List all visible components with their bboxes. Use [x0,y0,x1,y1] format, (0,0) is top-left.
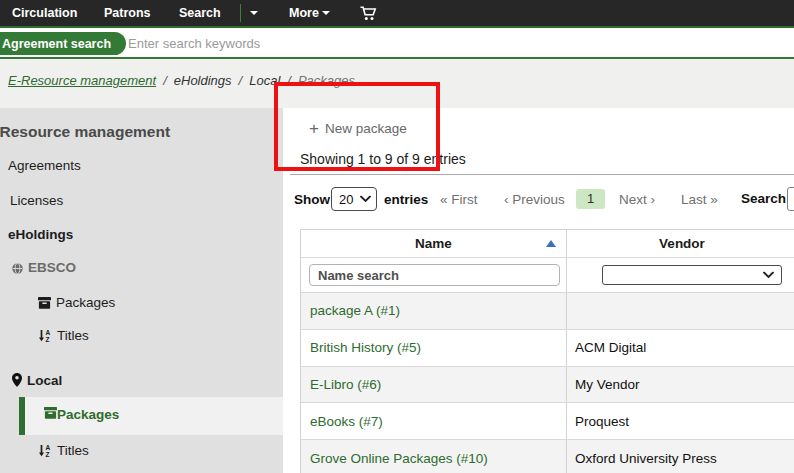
agreement-search-button[interactable]: Agreement search [0,32,126,55]
top-navbar: Circulation Patrons Search More [0,0,794,28]
search-header-bar: Agreement search [0,28,794,59]
svg-text:Z: Z [46,336,50,342]
page-length-select[interactable]: 20 [331,187,377,211]
vendor-cell: Oxford University Press [567,440,794,473]
sidebar-item-eholdings[interactable]: eHoldings [8,227,73,242]
vendor-cell: Proquest [567,403,794,439]
sidebar-ebsco-titles-label: Titles [57,328,89,343]
packages-table: Name Vendor package A (#1) British Histo… [300,229,794,473]
package-link[interactable]: E-Libro (#6) [301,377,381,392]
breadcrumb-erm-link[interactable]: E-Resource management [8,73,156,88]
column-header-name[interactable]: Name [301,230,567,257]
plus-icon: + [309,119,319,138]
table-info-summary: Showing 1 to 9 of 9 entries [300,151,466,167]
breadcrumb-separator: / [239,73,243,88]
sidebar-item-ebsco[interactable]: EBSCO [12,260,76,277]
chevron-down-icon [360,196,371,203]
vendor-cell: ACM Digital [567,330,794,366]
erm-sidebar: E-Resource management Agreements License… [0,108,283,473]
column-header-name-label: Name [415,236,452,251]
nav-dropdown-toggle[interactable] [250,0,258,26]
entries-label: entries [384,192,428,207]
sidebar-item-ebsco-titles[interactable]: AZTitles [38,328,89,345]
sidebar-ebsco-packages-label: Packages [56,295,115,310]
vendor-filter-select[interactable] [602,265,782,285]
sort-ascending-icon [546,240,556,247]
package-link[interactable]: package A (#1) [301,303,400,318]
table-filter-row [301,258,794,293]
name-filter-input[interactable] [309,264,560,286]
breadcrumb-eholdings[interactable]: eHoldings [174,73,232,88]
breadcrumb-local[interactable]: Local [249,73,280,88]
column-header-vendor[interactable]: Vendor [567,230,794,257]
package-link[interactable]: British History (#5) [301,340,421,355]
pagination-previous-button[interactable]: ‹ Previous [504,192,565,207]
sort-alphabetical-icon: AZ [38,329,52,345]
archive-box-icon [38,297,51,312]
table-search-input[interactable] [787,187,794,211]
globe-icon [12,262,23,277]
table-row: British History (#5) ACM Digital [301,330,794,367]
nav-divider [240,4,241,22]
table-row: Grove Online Packages (#10) Oxford Unive… [301,440,794,473]
breadcrumb: E-Resource management / eHoldings / Loca… [8,73,355,88]
package-link[interactable]: eBooks (#7) [301,414,383,429]
page-length-value: 20 [339,192,353,207]
sidebar-local-titles-label: Titles [57,443,89,458]
table-header-row: Name Vendor [301,230,794,258]
content-divider [290,174,794,175]
shopping-cart-icon [360,6,377,21]
nav-circulation[interactable]: Circulation [12,0,77,26]
sidebar-item-agreements[interactable]: Agreements [8,158,81,173]
caret-down-icon [322,11,330,15]
name-filter-cell [301,258,567,292]
table-search-label: Search: [741,191,791,206]
nav-patrons[interactable]: Patrons [104,0,151,26]
table-row: package A (#1) [301,293,794,330]
sidebar-local-label: Local [27,373,62,388]
nav-search[interactable]: Search [179,0,221,26]
archive-box-icon [44,407,57,422]
sidebar-item-local-packages[interactable]: Packages [44,407,119,422]
new-package-button[interactable]: +New package [309,119,407,139]
keyword-search-input[interactable] [128,31,548,55]
sidebar-active-item-background: Packages [19,397,283,435]
caret-down-icon [250,11,258,15]
sidebar-item-licenses[interactable]: Licenses [10,193,63,208]
vendor-filter-cell [567,258,794,292]
table-row: E-Libro (#6) My Vendor [301,367,794,404]
nav-more[interactable]: More [289,0,330,26]
sidebar-ebsco-label: EBSCO [28,260,76,275]
pagination-first-button[interactable]: « First [440,192,478,207]
sidebar-heading: E-Resource management [0,123,170,141]
pagination-page-1-button[interactable]: 1 [576,189,605,209]
pagination-last-button[interactable]: Last » [681,192,718,207]
chevron-down-icon [763,272,774,279]
breadcrumb-separator: / [163,73,167,88]
new-package-label: New package [325,121,407,136]
map-marker-icon [12,373,22,390]
show-entries-label: Show [294,192,330,207]
pagination-next-button[interactable]: Next › [619,192,655,207]
sidebar-item-ebsco-packages[interactable]: Packages [38,295,115,312]
table-row: eBooks (#7) Proquest [301,403,794,440]
nav-cart[interactable] [360,6,377,22]
vendor-cell [567,293,794,329]
breadcrumb-separator: / [287,73,291,88]
package-link[interactable]: Grove Online Packages (#10) [301,451,488,466]
koha-erm-screen: Circulation Patrons Search More Agreemen… [0,0,794,473]
svg-text:Z: Z [46,451,50,457]
sidebar-item-local[interactable]: Local [12,373,62,390]
column-header-vendor-label: Vendor [659,236,705,251]
sidebar-item-local-titles[interactable]: AZTitles [38,443,89,460]
sort-alphabetical-icon: AZ [38,444,52,460]
vendor-cell: My Vendor [567,367,794,403]
nav-more-label: More [289,6,319,20]
breadcrumb-packages-current: Packages [298,73,355,88]
breadcrumb-bar: E-Resource management / eHoldings / Loca… [0,59,794,108]
sidebar-local-packages-label: Packages [57,407,119,422]
